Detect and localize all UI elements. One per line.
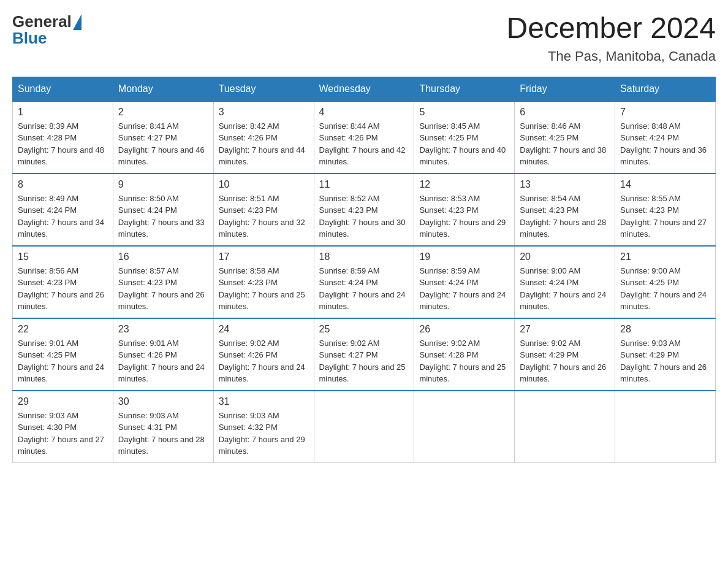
day-number: 10 bbox=[219, 179, 309, 190]
day-info: Sunrise: 9:03 AM Sunset: 4:29 PM Dayligh… bbox=[620, 337, 710, 385]
calendar-cell: 1 Sunrise: 8:39 AM Sunset: 4:28 PM Dayli… bbox=[13, 101, 113, 174]
month-title: December 2024 bbox=[506, 12, 716, 45]
calendar-cell: 7 Sunrise: 8:48 AM Sunset: 4:24 PM Dayli… bbox=[615, 101, 716, 174]
day-info: Sunrise: 8:41 AM Sunset: 4:27 PM Dayligh… bbox=[118, 120, 208, 168]
day-info: Sunrise: 9:01 AM Sunset: 4:25 PM Dayligh… bbox=[18, 337, 108, 385]
day-number: 22 bbox=[18, 324, 108, 335]
calendar-week-row: 8 Sunrise: 8:49 AM Sunset: 4:24 PM Dayli… bbox=[13, 174, 716, 246]
day-info: Sunrise: 9:03 AM Sunset: 4:32 PM Dayligh… bbox=[219, 410, 309, 458]
day-info: Sunrise: 9:01 AM Sunset: 4:26 PM Dayligh… bbox=[118, 337, 208, 385]
day-number: 2 bbox=[118, 107, 208, 118]
day-number: 6 bbox=[520, 107, 610, 118]
calendar-cell: 27 Sunrise: 9:02 AM Sunset: 4:29 PM Dayl… bbox=[515, 318, 615, 391]
calendar-cell: 30 Sunrise: 9:03 AM Sunset: 4:31 PM Dayl… bbox=[113, 391, 213, 463]
day-info: Sunrise: 8:51 AM Sunset: 4:23 PM Dayligh… bbox=[219, 193, 309, 240]
day-number: 27 bbox=[520, 324, 610, 335]
calendar-cell: 15 Sunrise: 8:56 AM Sunset: 4:23 PM Dayl… bbox=[13, 246, 113, 318]
logo: General Blue bbox=[12, 12, 82, 48]
logo-blue: Blue bbox=[12, 29, 47, 48]
calendar-cell: 26 Sunrise: 9:02 AM Sunset: 4:28 PM Dayl… bbox=[414, 318, 515, 391]
calendar-week-row: 22 Sunrise: 9:01 AM Sunset: 4:25 PM Dayl… bbox=[13, 318, 716, 391]
day-info: Sunrise: 9:03 AM Sunset: 4:30 PM Dayligh… bbox=[18, 410, 108, 458]
calendar-cell: 13 Sunrise: 8:54 AM Sunset: 4:23 PM Dayl… bbox=[515, 174, 615, 246]
calendar-cell: 28 Sunrise: 9:03 AM Sunset: 4:29 PM Dayl… bbox=[615, 318, 716, 391]
day-number: 14 bbox=[620, 179, 710, 190]
day-info: Sunrise: 9:02 AM Sunset: 4:28 PM Dayligh… bbox=[419, 337, 509, 385]
day-number: 23 bbox=[118, 324, 208, 335]
day-number: 20 bbox=[520, 251, 610, 262]
weekday-header-row: SundayMondayTuesdayWednesdayThursdayFrid… bbox=[13, 77, 716, 101]
day-info: Sunrise: 8:54 AM Sunset: 4:23 PM Dayligh… bbox=[520, 193, 610, 240]
calendar-cell: 25 Sunrise: 9:02 AM Sunset: 4:27 PM Dayl… bbox=[314, 318, 414, 391]
day-number: 4 bbox=[319, 107, 409, 118]
day-info: Sunrise: 8:49 AM Sunset: 4:24 PM Dayligh… bbox=[18, 193, 108, 240]
calendar-cell: 5 Sunrise: 8:45 AM Sunset: 4:25 PM Dayli… bbox=[414, 101, 515, 174]
title-section: December 2024 The Pas, Manitoba, Canada bbox=[506, 12, 716, 64]
weekday-header-tuesday: Tuesday bbox=[213, 77, 314, 101]
day-info: Sunrise: 8:59 AM Sunset: 4:24 PM Dayligh… bbox=[319, 265, 409, 313]
day-info: Sunrise: 8:39 AM Sunset: 4:28 PM Dayligh… bbox=[18, 120, 108, 168]
calendar-cell: 11 Sunrise: 8:52 AM Sunset: 4:23 PM Dayl… bbox=[314, 174, 414, 246]
calendar-week-row: 1 Sunrise: 8:39 AM Sunset: 4:28 PM Dayli… bbox=[13, 101, 716, 174]
day-info: Sunrise: 8:46 AM Sunset: 4:25 PM Dayligh… bbox=[520, 120, 610, 168]
weekday-header-monday: Monday bbox=[113, 77, 213, 101]
calendar-cell: 6 Sunrise: 8:46 AM Sunset: 4:25 PM Dayli… bbox=[515, 101, 615, 174]
location-title: The Pas, Manitoba, Canada bbox=[506, 48, 716, 64]
day-number: 15 bbox=[18, 251, 108, 262]
day-number: 25 bbox=[319, 324, 409, 335]
day-info: Sunrise: 9:03 AM Sunset: 4:31 PM Dayligh… bbox=[118, 410, 208, 458]
day-info: Sunrise: 8:58 AM Sunset: 4:23 PM Dayligh… bbox=[219, 265, 309, 313]
day-number: 28 bbox=[620, 324, 710, 335]
calendar-cell: 21 Sunrise: 9:00 AM Sunset: 4:25 PM Dayl… bbox=[615, 246, 716, 318]
day-number: 12 bbox=[419, 179, 509, 190]
day-number: 29 bbox=[18, 396, 108, 407]
day-number: 8 bbox=[18, 179, 108, 190]
weekday-header-saturday: Saturday bbox=[615, 77, 716, 101]
calendar-cell: 18 Sunrise: 8:59 AM Sunset: 4:24 PM Dayl… bbox=[314, 246, 414, 318]
day-number: 7 bbox=[620, 107, 710, 118]
calendar-cell bbox=[414, 391, 515, 463]
day-info: Sunrise: 8:55 AM Sunset: 4:23 PM Dayligh… bbox=[620, 193, 710, 240]
day-info: Sunrise: 9:02 AM Sunset: 4:26 PM Dayligh… bbox=[219, 337, 309, 385]
day-number: 1 bbox=[18, 107, 108, 118]
calendar-cell: 14 Sunrise: 8:55 AM Sunset: 4:23 PM Dayl… bbox=[615, 174, 716, 246]
calendar-cell: 16 Sunrise: 8:57 AM Sunset: 4:23 PM Dayl… bbox=[113, 246, 213, 318]
day-number: 16 bbox=[118, 251, 208, 262]
calendar-cell: 31 Sunrise: 9:03 AM Sunset: 4:32 PM Dayl… bbox=[213, 391, 314, 463]
weekday-header-friday: Friday bbox=[515, 77, 615, 101]
page-header: General Blue December 2024 The Pas, Mani… bbox=[12, 12, 716, 64]
day-info: Sunrise: 8:53 AM Sunset: 4:23 PM Dayligh… bbox=[419, 193, 509, 240]
logo-triangle-icon bbox=[73, 14, 82, 30]
calendar-cell: 20 Sunrise: 9:00 AM Sunset: 4:24 PM Dayl… bbox=[515, 246, 615, 318]
calendar-cell: 12 Sunrise: 8:53 AM Sunset: 4:23 PM Dayl… bbox=[414, 174, 515, 246]
calendar-cell: 17 Sunrise: 8:58 AM Sunset: 4:23 PM Dayl… bbox=[213, 246, 314, 318]
day-info: Sunrise: 8:52 AM Sunset: 4:23 PM Dayligh… bbox=[319, 193, 409, 240]
calendar-cell: 29 Sunrise: 9:03 AM Sunset: 4:30 PM Dayl… bbox=[13, 391, 113, 463]
weekday-header-wednesday: Wednesday bbox=[314, 77, 414, 101]
day-info: Sunrise: 9:00 AM Sunset: 4:24 PM Dayligh… bbox=[520, 265, 610, 313]
calendar-cell: 22 Sunrise: 9:01 AM Sunset: 4:25 PM Dayl… bbox=[13, 318, 113, 391]
calendar-cell: 8 Sunrise: 8:49 AM Sunset: 4:24 PM Dayli… bbox=[13, 174, 113, 246]
day-number: 5 bbox=[419, 107, 509, 118]
day-number: 17 bbox=[219, 251, 309, 262]
calendar-cell: 3 Sunrise: 8:42 AM Sunset: 4:26 PM Dayli… bbox=[213, 101, 314, 174]
calendar-cell bbox=[515, 391, 615, 463]
calendar-cell bbox=[314, 391, 414, 463]
day-info: Sunrise: 8:42 AM Sunset: 4:26 PM Dayligh… bbox=[219, 120, 309, 168]
day-number: 18 bbox=[319, 251, 409, 262]
day-number: 30 bbox=[118, 396, 208, 407]
day-number: 31 bbox=[219, 396, 309, 407]
day-number: 19 bbox=[419, 251, 509, 262]
calendar-cell: 24 Sunrise: 9:02 AM Sunset: 4:26 PM Dayl… bbox=[213, 318, 314, 391]
calendar-cell: 23 Sunrise: 9:01 AM Sunset: 4:26 PM Dayl… bbox=[113, 318, 213, 391]
day-number: 11 bbox=[319, 179, 409, 190]
calendar-cell: 10 Sunrise: 8:51 AM Sunset: 4:23 PM Dayl… bbox=[213, 174, 314, 246]
day-info: Sunrise: 9:02 AM Sunset: 4:29 PM Dayligh… bbox=[520, 337, 610, 385]
day-info: Sunrise: 8:44 AM Sunset: 4:26 PM Dayligh… bbox=[319, 120, 409, 168]
day-info: Sunrise: 8:45 AM Sunset: 4:25 PM Dayligh… bbox=[419, 120, 509, 168]
calendar-cell bbox=[615, 391, 716, 463]
calendar-cell: 2 Sunrise: 8:41 AM Sunset: 4:27 PM Dayli… bbox=[113, 101, 213, 174]
calendar-week-row: 15 Sunrise: 8:56 AM Sunset: 4:23 PM Dayl… bbox=[13, 246, 716, 318]
calendar-cell: 19 Sunrise: 8:59 AM Sunset: 4:24 PM Dayl… bbox=[414, 246, 515, 318]
day-info: Sunrise: 8:59 AM Sunset: 4:24 PM Dayligh… bbox=[419, 265, 509, 313]
